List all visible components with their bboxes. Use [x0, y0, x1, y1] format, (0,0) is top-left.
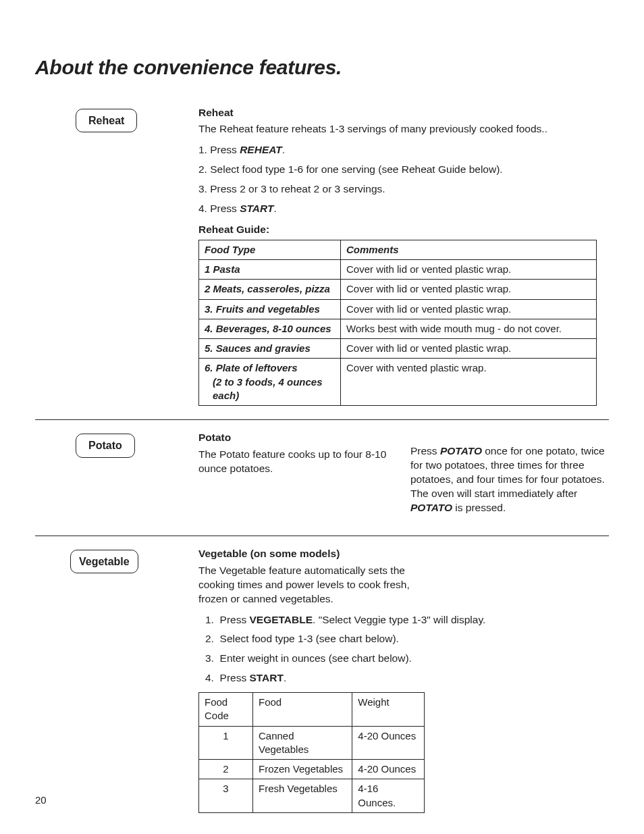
reheat-th-comments: Comments [341, 240, 597, 259]
potato-col2: Press POTATO once for one potato, twice … [410, 444, 609, 515]
reheat-intro: The Reheat feature reheats 1-3 servings … [198, 122, 609, 136]
table-row: 2 Meats, casseroles, pizzaCover with lid… [199, 280, 597, 299]
table-row: 3Fresh Vegetables4-16 Ounces. [199, 779, 425, 813]
veg-th-food: Food [253, 693, 352, 727]
table-row: 3. Fruits and vegetablesCover with lid o… [199, 299, 597, 319]
reheat-heading: Reheat [198, 106, 609, 120]
page-number: 20 [35, 793, 47, 807]
pill-vegetable: Vegetable [70, 550, 138, 574]
table-row: 1Canned Vegetables4-20 Ounces [199, 726, 425, 760]
reheat-guide-label: Reheat Guide: [198, 223, 609, 237]
pill-potato: Potato [76, 434, 135, 458]
table-row: 1 PastaCover with lid or vented plastic … [199, 260, 597, 280]
vegetable-intro: The Vegetable feature automatically sets… [198, 564, 435, 606]
vegetable-table: Food Code Food Weight 1Canned Vegetables… [198, 692, 425, 813]
section-reheat: Reheat Reheat The Reheat feature reheats… [35, 95, 609, 421]
page-title: About the convenience features. [35, 54, 609, 82]
step-item: 4. Press START. [205, 671, 609, 685]
step-item: 1. Press REHEAT. [198, 143, 609, 157]
potato-col1: The Potato feature cooks up to four 8-10… [198, 448, 397, 476]
step-item: 3. Enter weight in ounces (see chart bel… [205, 652, 609, 666]
step-item: 2. Select food type 1-3 (see chart below… [205, 632, 609, 646]
step-item: 1. Press VEGETABLE. "Select Veggie type … [205, 613, 609, 627]
step-item: 3. Press 2 or 3 to reheat 2 or 3 serving… [198, 182, 609, 197]
pill-reheat: Reheat [76, 109, 137, 133]
step-item: 2. Select food type 1-6 for one serving … [198, 163, 609, 177]
table-row: 2Frozen Vegetables4-20 Ounces [199, 760, 425, 779]
vegetable-heading: Vegetable (on some models) [198, 547, 609, 561]
veg-th-code: Food Code [199, 693, 253, 727]
table-row: 4. Beverages, 8-10 ouncesWorks best with… [199, 319, 597, 338]
vegetable-steps: 1. Press VEGETABLE. "Select Veggie type … [198, 613, 609, 686]
section-potato: Potato Potato The Potato feature cooks u… [35, 420, 609, 536]
reheat-steps: 1. Press REHEAT.2. Select food type 1-6 … [198, 143, 609, 216]
table-row: 5. Sauces and graviesCover with lid or v… [199, 339, 597, 359]
table-row: 6. Plate of leftovers(2 to 3 foods, 4 ou… [199, 359, 597, 406]
veg-th-weight: Weight [352, 693, 425, 727]
potato-heading: Potato [198, 431, 397, 445]
step-item: 4. Press START. [198, 202, 609, 216]
section-vegetable: Vegetable Vegetable (on some models) The… [35, 536, 609, 827]
reheat-th-foodtype: Food Type [199, 240, 341, 259]
reheat-table: Food Type Comments 1 PastaCover with lid… [198, 240, 597, 406]
